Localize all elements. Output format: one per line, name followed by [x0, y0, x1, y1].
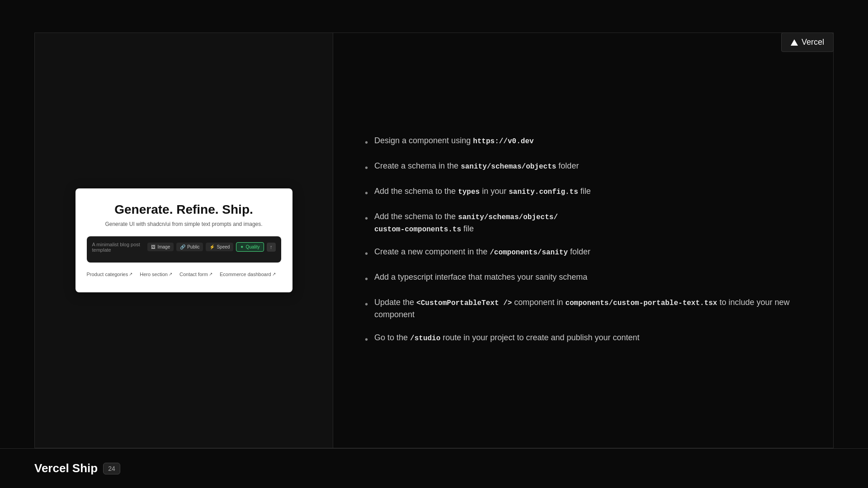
- bullet-dot-2: •: [365, 161, 368, 174]
- main-content: Generate. Refine. Ship. Generate UI with…: [34, 33, 834, 448]
- bullet-dot-3: •: [365, 186, 368, 200]
- bullet-item-2: • Create a schema in the sanity/schemas/…: [365, 160, 802, 174]
- footer-badge: 24: [103, 463, 120, 474]
- v0-interface: A minimalist blog post template 🖼 Image …: [87, 236, 281, 263]
- v0-speed-btn[interactable]: ⚡ Speed: [206, 243, 233, 251]
- mockup-link-ecommerce[interactable]: Ecommerce dashboard: [220, 272, 276, 277]
- v0-controls: 🖼 Image 🔗 Public ⚡ Speed ✦: [147, 242, 275, 252]
- left-panel: Generate. Refine. Ship. Generate UI with…: [35, 33, 333, 448]
- image-btn-label: Image: [157, 244, 170, 249]
- bullet-item-4: • Add the schema to the sanity/schemas/o…: [365, 211, 802, 235]
- mockup-hero-title: Generate. Refine. Ship.: [87, 202, 281, 217]
- quality-btn-label: Quality: [245, 244, 259, 249]
- bullet-text-3: Add the schema to the types in your sani…: [374, 185, 591, 197]
- v0-quality-btn[interactable]: ✦ Quality: [236, 242, 264, 252]
- mockup-link-hero[interactable]: Hero section: [140, 272, 172, 277]
- bullet-dot-4: •: [365, 211, 368, 225]
- bullet-item-5: • Create a new component in the /compone…: [365, 246, 802, 260]
- v0-placeholder-text: A minimalist blog post template: [92, 242, 144, 253]
- bullet-item-3: • Add the schema to the types in your sa…: [365, 185, 802, 200]
- bullet-text-7: Update the <CustomPortableText /> compon…: [374, 296, 802, 321]
- bullet-item-1: • Design a component using https://v0.de…: [365, 135, 802, 149]
- mockup-hero-subtitle: Generate UI with shadcn/ui from simple t…: [87, 221, 281, 227]
- vercel-logo: Vercel: [781, 33, 834, 52]
- v0-input-row: A minimalist blog post template 🖼 Image …: [92, 242, 276, 253]
- quality-icon: ✦: [240, 244, 244, 249]
- v0-upload-btn[interactable]: ↑: [267, 243, 276, 252]
- upload-icon: ↑: [270, 244, 273, 250]
- bullet-dot-8: •: [365, 333, 368, 346]
- v0-public-btn[interactable]: 🔗 Public: [176, 243, 203, 251]
- footer: Vercel Ship 24: [0, 448, 868, 488]
- mockup-links: Product categories Hero section Contact …: [87, 270, 281, 279]
- bullet-text-4: Add the schema to the sanity/schemas/obj…: [374, 211, 558, 235]
- vercel-triangle-icon: [791, 39, 798, 46]
- public-btn-label: Public: [187, 244, 199, 249]
- mockup-link-product[interactable]: Product categories: [87, 272, 133, 277]
- bullet-text-1: Design a component using https://v0.dev: [374, 135, 534, 147]
- bullet-dot-6: •: [365, 272, 368, 286]
- bullet-list: • Design a component using https://v0.de…: [365, 135, 802, 346]
- bullet-text-2: Create a schema in the sanity/schemas/ob…: [374, 160, 579, 172]
- bullet-text-6: Add a typescript interface that matches …: [374, 271, 587, 283]
- bullet-text-5: Create a new component in the /component…: [374, 246, 590, 258]
- mockup-link-contact[interactable]: Contact form: [179, 272, 212, 277]
- bullet-dot-7: •: [365, 297, 368, 311]
- bullet-item-7: • Update the <CustomPortableText /> comp…: [365, 296, 802, 321]
- v0-image-btn[interactable]: 🖼 Image: [147, 243, 174, 251]
- bullet-dot-5: •: [365, 247, 368, 260]
- footer-title: Vercel Ship: [34, 461, 98, 475]
- bullet-text-8: Go to the /studio route in your project …: [374, 332, 640, 344]
- header: Vercel: [781, 33, 834, 52]
- right-panel: • Design a component using https://v0.de…: [333, 33, 833, 448]
- public-icon: 🔗: [180, 244, 185, 249]
- vercel-name-label: Vercel: [802, 38, 824, 47]
- speed-icon: ⚡: [209, 244, 215, 249]
- mockup-container: Generate. Refine. Ship. Generate UI with…: [75, 188, 292, 292]
- bullet-dot-1: •: [365, 136, 368, 149]
- bullet-item-8: • Go to the /studio route in your projec…: [365, 332, 802, 346]
- speed-btn-label: Speed: [217, 244, 230, 249]
- bullet-item-6: • Add a typescript interface that matche…: [365, 271, 802, 286]
- image-icon: 🖼: [151, 244, 156, 249]
